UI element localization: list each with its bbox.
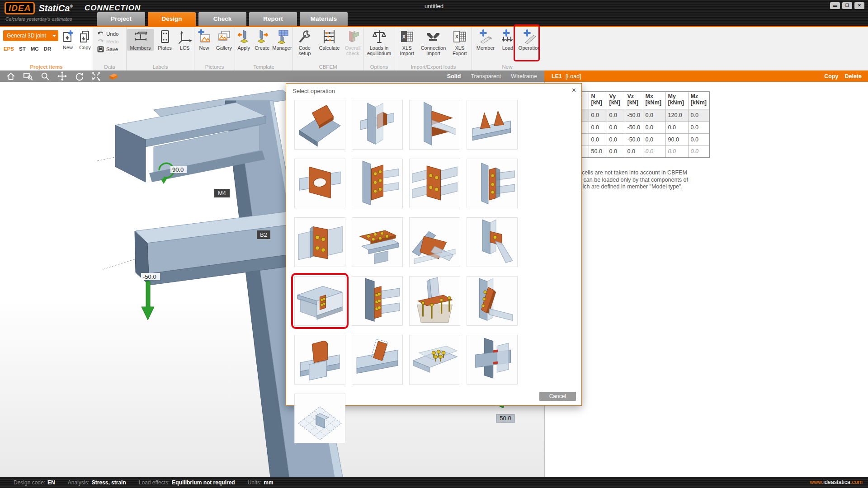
new-member-button[interactable]: Member <box>473 29 498 51</box>
new-document-icon <box>61 30 74 43</box>
load-delete-button[interactable]: Delete <box>844 73 862 80</box>
view-mode-transparent[interactable]: Transparent <box>471 73 501 80</box>
ribbon: General 3D joint EPS ST MC DR New <box>0 26 868 70</box>
operation-connecting-plate[interactable] <box>409 159 460 208</box>
mode-st[interactable]: ST <box>19 46 26 52</box>
moment-value-label: 90.0 <box>172 166 184 173</box>
group-labels: Members Plates LCS Labels <box>127 27 194 70</box>
tab-materials[interactable]: Materials <box>300 12 348 26</box>
close-button[interactable]: ✕ <box>854 2 864 9</box>
zoom-icon[interactable] <box>41 72 50 81</box>
template-create-button[interactable]: Create <box>253 29 270 51</box>
rotate-icon[interactable] <box>75 72 84 81</box>
connection-import-button[interactable]: Connection Import <box>420 29 447 56</box>
operation-rib[interactable] <box>467 100 518 150</box>
loads-in-equilibrium-button[interactable]: Loads in equilibrium <box>364 29 394 56</box>
abacus-icon <box>322 29 336 44</box>
operation-gusset-plate[interactable] <box>409 217 460 267</box>
undo-button[interactable]: Undo <box>93 30 126 38</box>
solid-brick-icon[interactable] <box>108 72 118 80</box>
group-label: Pictures <box>194 64 235 70</box>
group-import-export: X XLS Import Connection Import X <box>395 27 472 70</box>
new-operation-button[interactable]: Operation <box>517 29 542 51</box>
operation-base-plate-anchors[interactable] <box>409 276 460 326</box>
member-label-m4[interactable]: M4 <box>214 189 230 197</box>
operation-opening[interactable] <box>294 159 345 208</box>
units: Units:mm <box>248 479 274 486</box>
group-label: Options <box>363 64 395 70</box>
operation-stiffener[interactable] <box>352 100 403 150</box>
home-icon[interactable] <box>6 72 15 80</box>
view-mode-wireframe[interactable]: Wireframe <box>511 73 537 80</box>
labels-lcs-button[interactable]: LCS <box>176 29 194 51</box>
overall-check-button[interactable]: Overall check <box>342 29 363 56</box>
template-manager-button[interactable]: Manager <box>272 29 292 51</box>
cancel-button[interactable]: Cancel <box>539 392 576 401</box>
mode-mc[interactable]: MC <box>31 46 39 52</box>
operation-end-plate-bolted[interactable] <box>352 159 403 208</box>
view-mode-solid[interactable]: Solid <box>447 73 461 80</box>
copy-project-item-button[interactable]: Copy <box>77 29 93 50</box>
maximize-button[interactable]: ❐ <box>842 2 852 9</box>
force-down-label: -50.0 <box>143 273 156 280</box>
group-label: New <box>472 64 542 70</box>
operation-plate-to-plate[interactable] <box>352 276 403 326</box>
load-effects: Load effects:Equilibrium not required <box>139 479 235 486</box>
operation-weld[interactable] <box>467 335 518 385</box>
zoom-window-icon[interactable] <box>23 72 33 80</box>
operation-bolted-end-plate[interactable] <box>467 159 518 208</box>
wrench-icon <box>298 29 311 44</box>
svg-text:X: X <box>455 34 459 39</box>
new-load-button[interactable]: Load <box>499 29 516 51</box>
tab-design[interactable]: Design <box>148 12 196 26</box>
picture-new-button[interactable]: New <box>195 29 213 51</box>
redo-button[interactable]: Redo <box>93 38 126 45</box>
operation-stub[interactable] <box>294 335 345 385</box>
operation-cleat-plate[interactable] <box>294 276 345 326</box>
mode-dr[interactable]: DR <box>44 46 52 52</box>
code-setup-button[interactable]: Code setup <box>293 29 316 56</box>
calculate-button[interactable]: Calculate <box>317 29 342 56</box>
operation-negative-plate-cut[interactable] <box>352 335 403 385</box>
properties-panel: Member N[kN] Vy[kN] Vz[kN] Mx[kNm] My[kN… <box>545 82 868 477</box>
select-operation-dialog: Select operation × <box>286 83 582 406</box>
xls-file-icon: X <box>453 29 467 44</box>
dialog-title: Select operation <box>292 88 335 94</box>
minimize-button[interactable]: ▬ <box>830 2 840 9</box>
labels-plates-button[interactable]: Plates <box>155 29 175 51</box>
tab-project[interactable]: Project <box>97 12 145 26</box>
tab-check[interactable]: Check <box>198 12 246 26</box>
member-label-icon <box>133 29 148 44</box>
joint-type-dropdown[interactable]: General 3D joint <box>3 30 58 41</box>
member-label-b2[interactable]: B2 <box>257 230 270 239</box>
xls-import-button[interactable]: X XLS Import <box>395 29 419 56</box>
group-options: Loads in equilibrium Options <box>363 27 395 70</box>
operation-fin-plate-pin[interactable] <box>467 217 518 267</box>
new-project-item-button[interactable]: New <box>60 29 75 50</box>
xls-export-button[interactable]: X XLS Export <box>448 29 472 56</box>
lcs-axes-icon <box>178 29 192 44</box>
labels-members-button[interactable]: Members <box>127 29 154 51</box>
pan-icon[interactable] <box>57 71 67 81</box>
new-load-icon <box>500 29 515 44</box>
load-effect-name[interactable]: LE1 <box>552 73 562 80</box>
operation-splice-plate[interactable] <box>294 217 345 267</box>
operation-widener[interactable] <box>409 100 460 150</box>
save-button[interactable]: Save <box>93 45 126 53</box>
template-apply-button[interactable]: Apply <box>235 29 252 51</box>
load-copy-button[interactable]: Copy <box>824 73 838 80</box>
operation-bolt-grid[interactable] <box>409 335 460 385</box>
operation-angle-cleat[interactable] <box>467 276 518 326</box>
operation-workplane-grid[interactable] <box>294 394 345 443</box>
operation-cut-of-member[interactable] <box>294 100 345 150</box>
mode-eps[interactable]: EPS <box>4 46 14 52</box>
group-cbfem: Code setup Calculate Overall check <box>293 27 363 70</box>
group-new: Member Load Operation New <box>472 27 542 70</box>
website-link[interactable]: www.ideastatica.com <box>810 479 863 485</box>
operation-cap-plate-bolted[interactable] <box>352 217 403 267</box>
fit-view-icon[interactable] <box>91 72 101 81</box>
close-icon[interactable]: × <box>572 86 576 94</box>
tab-report[interactable]: Report <box>249 12 297 26</box>
gallery-icon <box>217 29 231 44</box>
picture-gallery-button[interactable]: Gallery <box>214 29 234 51</box>
